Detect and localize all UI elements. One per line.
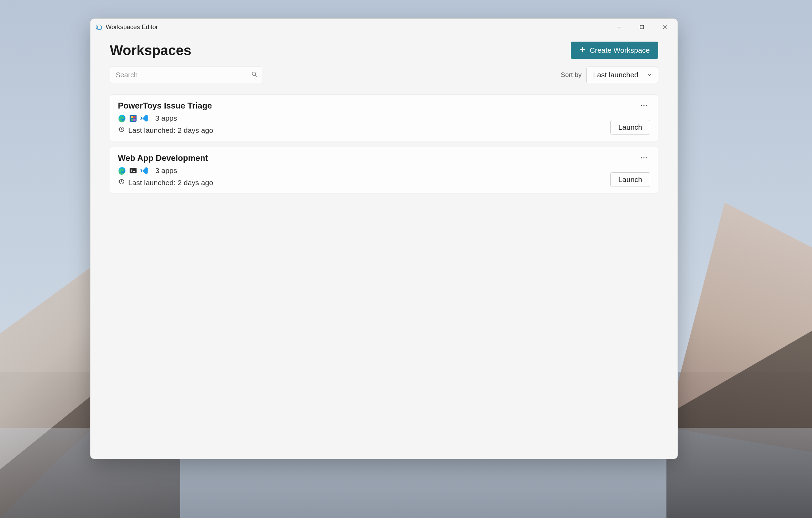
edge-icon [118, 166, 126, 175]
header-row: Workspaces Create Workspace [110, 42, 658, 59]
svg-point-24 [641, 157, 642, 158]
launch-button[interactable]: Launch [610, 172, 650, 187]
history-icon [118, 178, 125, 187]
workspace-card[interactable]: Web App Development [110, 147, 658, 193]
workspace-title: Web App Development [118, 153, 610, 163]
page-title: Workspaces [110, 43, 191, 58]
workspace-list: PowerToys Issue Triage [110, 94, 658, 193]
workspace-title: PowerToys Issue Triage [118, 101, 610, 111]
plus-icon [579, 46, 586, 55]
more-options-button[interactable] [638, 101, 650, 109]
svg-rect-13 [133, 116, 136, 118]
sort-group: Sort by Last launched [561, 67, 658, 83]
search-icon [251, 71, 257, 79]
last-launched-row: Last launched: 2 days ago [118, 178, 610, 187]
more-options-button[interactable] [638, 153, 650, 162]
create-workspace-label: Create Workspace [590, 46, 650, 54]
powertoys-icon [129, 114, 137, 122]
svg-rect-21 [130, 168, 137, 173]
last-launched-text: Last launched: 2 days ago [128, 126, 213, 135]
apps-count: 3 apps [155, 114, 177, 122]
vscode-icon [140, 114, 148, 122]
terminal-icon [129, 166, 137, 175]
last-launched-row: Last launched: 2 days ago [118, 126, 610, 135]
maximize-button[interactable] [630, 19, 653, 35]
svg-point-19 [646, 105, 647, 106]
sort-select[interactable]: Last launched [586, 67, 658, 83]
launch-button[interactable]: Launch [610, 120, 650, 135]
chevron-down-icon [647, 71, 652, 79]
svg-rect-3 [640, 25, 644, 29]
minimize-button[interactable] [608, 19, 630, 35]
svg-point-26 [646, 157, 647, 158]
workspace-apps-row: 3 apps [118, 114, 610, 122]
svg-point-18 [643, 105, 644, 106]
vscode-icon [140, 166, 148, 175]
close-button[interactable] [653, 19, 676, 35]
workspace-card[interactable]: PowerToys Issue Triage [110, 94, 658, 141]
workspaces-editor-window: Workspaces Editor Workspaces Create Work… [90, 18, 678, 459]
search-input[interactable] [110, 67, 262, 83]
svg-rect-1 [97, 26, 102, 29]
svg-rect-15 [133, 119, 136, 121]
history-icon [118, 126, 125, 135]
search-box [110, 67, 262, 83]
titlebar[interactable]: Workspaces Editor [90, 19, 678, 35]
svg-line-9 [255, 75, 257, 77]
window-controls [608, 19, 676, 35]
app-icon [95, 24, 102, 31]
apps-count: 3 apps [155, 166, 177, 175]
edge-icon [118, 114, 126, 122]
window-title: Workspaces Editor [106, 24, 608, 31]
svg-rect-12 [131, 116, 133, 118]
create-workspace-button[interactable]: Create Workspace [571, 42, 658, 59]
sort-selected-value: Last launched [593, 71, 638, 79]
svg-rect-14 [131, 119, 133, 121]
svg-point-17 [641, 105, 642, 106]
svg-point-8 [252, 72, 256, 76]
content-area: Workspaces Create Workspace Sort by Last… [90, 35, 678, 459]
controls-row: Sort by Last launched [110, 67, 658, 83]
workspace-apps-row: 3 apps [118, 166, 610, 175]
svg-point-25 [643, 157, 644, 158]
last-launched-text: Last launched: 2 days ago [128, 179, 213, 187]
sort-label: Sort by [561, 71, 582, 79]
